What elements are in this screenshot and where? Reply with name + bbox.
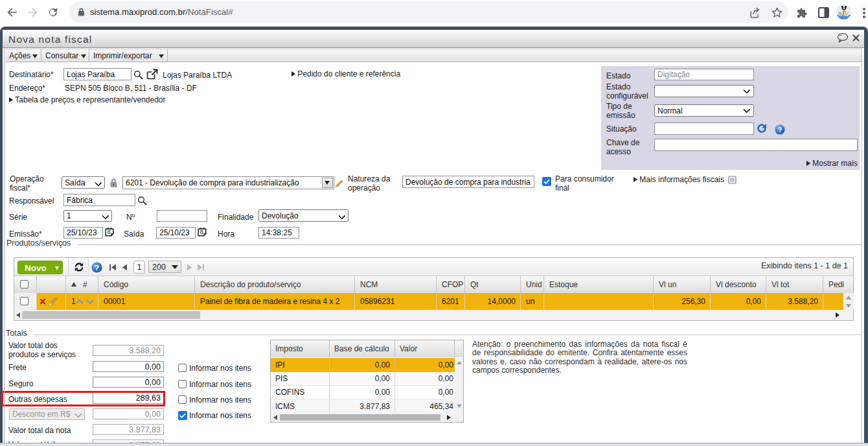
svg-text:8: 8 <box>108 229 111 235</box>
svg-text:?: ? <box>95 263 99 272</box>
svg-text:8: 8 <box>200 229 203 235</box>
svg-text:?: ? <box>778 126 782 134</box>
